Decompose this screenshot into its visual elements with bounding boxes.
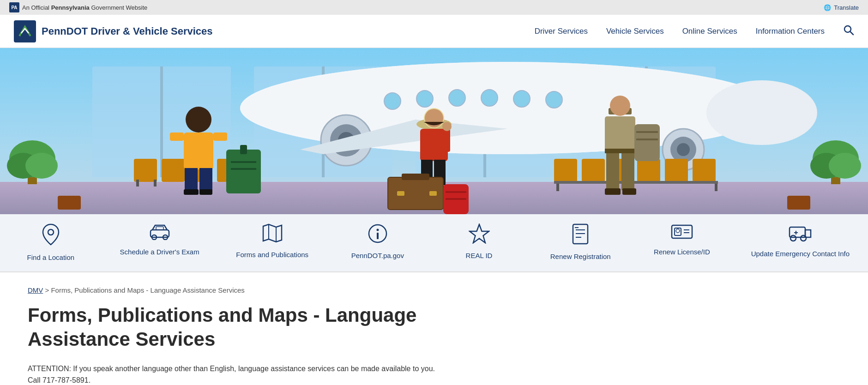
- ambulance-icon: [789, 223, 812, 245]
- svg-line-2: [850, 32, 853, 35]
- location-pin-icon: [42, 223, 60, 248]
- svg-rect-51: [554, 181, 718, 184]
- svg-rect-60: [184, 189, 199, 195]
- quick-links-bar: Find a Location Schedule a Driver's Exam…: [0, 214, 868, 272]
- svg-rect-50: [693, 159, 716, 182]
- gov-label-area: PA An Official Pennsylvania Government W…: [9, 2, 147, 12]
- translate-button[interactable]: 🌐 Translate: [824, 4, 859, 11]
- svg-rect-82: [429, 191, 437, 196]
- svg-rect-93: [605, 188, 621, 195]
- nav-online-services[interactable]: Online Services: [682, 27, 737, 36]
- nav-driver-services[interactable]: Driver Services: [535, 27, 588, 36]
- svg-rect-113: [575, 227, 579, 228]
- svg-point-121: [790, 235, 796, 241]
- top-bar: PA An Official Pennsylvania Government W…: [0, 0, 868, 15]
- site-header: PennDOT Driver & Vehicle Services Driver…: [0, 15, 868, 48]
- svg-rect-43: [136, 180, 139, 186]
- svg-point-16: [384, 93, 401, 109]
- svg-rect-80: [402, 174, 429, 180]
- svg-rect-85: [446, 198, 466, 200]
- svg-rect-96: [636, 131, 658, 133]
- svg-rect-61: [199, 189, 212, 195]
- id-card-icon: [671, 223, 693, 243]
- svg-rect-57: [213, 132, 227, 141]
- main-nav: Driver Services Vehicle Services Online …: [535, 24, 854, 38]
- car-icon: [149, 223, 171, 243]
- svg-point-98: [48, 229, 54, 235]
- breadcrumb-separator: >: [45, 286, 51, 294]
- quicklink-renew-reg-label: Renew Registration: [550, 252, 611, 261]
- svg-point-54: [186, 107, 211, 132]
- svg-rect-49: [665, 159, 688, 182]
- quicklink-find-location[interactable]: Find a Location: [18, 223, 83, 262]
- quicklink-forms[interactable]: Forms and Publications: [236, 223, 308, 259]
- svg-point-36: [829, 153, 861, 179]
- svg-rect-59: [199, 168, 212, 191]
- svg-rect-44: [154, 180, 157, 186]
- svg-point-122: [801, 235, 806, 241]
- svg-rect-45: [554, 159, 577, 182]
- document-list-icon: [571, 223, 590, 247]
- svg-rect-52: [556, 184, 559, 191]
- svg-rect-38: [787, 196, 810, 210]
- quicklink-emergency-label: Update Emergency Contact Info: [751, 249, 850, 259]
- quicklink-renew-license-label: Renew License/ID: [654, 247, 710, 257]
- svg-point-20: [513, 90, 530, 107]
- quicklink-real-id[interactable]: REAL ID: [447, 223, 512, 260]
- svg-point-32: [25, 153, 58, 179]
- quicklink-emergency-contact[interactable]: Update Emergency Contact Info: [751, 223, 850, 259]
- quicklink-penndot-label: PennDOT.pa.gov: [351, 251, 404, 260]
- quicklink-schedule-exam-label: Schedule a Driver's Exam: [120, 247, 199, 257]
- page-title: Forms, Publications and Maps - Language …: [28, 303, 443, 352]
- svg-point-17: [416, 90, 433, 107]
- attention-text: ATTENTION: If you speak another language…: [28, 363, 443, 385]
- map-icon: [261, 223, 283, 246]
- svg-rect-58: [185, 168, 198, 191]
- svg-rect-95: [634, 124, 660, 161]
- svg-rect-97: [636, 138, 658, 140]
- svg-rect-94: [622, 188, 636, 195]
- svg-rect-107: [377, 233, 379, 239]
- star-icon: [469, 223, 490, 247]
- svg-rect-53: [715, 184, 717, 191]
- globe-icon: 🌐: [824, 4, 831, 11]
- svg-rect-81: [397, 191, 404, 196]
- svg-rect-99: [151, 230, 169, 237]
- svg-rect-92: [621, 153, 634, 190]
- quicklink-renew-registration[interactable]: Renew Registration: [548, 223, 613, 261]
- site-title: PennDOT Driver & Vehicle Services: [42, 25, 213, 37]
- svg-rect-91: [606, 153, 619, 190]
- quicklink-forms-label: Forms and Publications: [236, 250, 308, 259]
- svg-rect-64: [231, 161, 256, 163]
- svg-point-18: [449, 90, 465, 106]
- breadcrumb: DMV > Forms, Publications and Maps - Lan…: [28, 286, 840, 294]
- svg-rect-70: [441, 129, 450, 152]
- svg-point-118: [676, 229, 680, 233]
- search-button[interactable]: [843, 24, 854, 38]
- svg-point-21: [546, 91, 562, 108]
- svg-rect-55: [184, 132, 213, 169]
- svg-rect-89: [605, 116, 635, 153]
- svg-point-19: [481, 90, 498, 106]
- nav-information-centers[interactable]: Information Centers: [756, 27, 825, 36]
- svg-rect-62: [226, 150, 261, 193]
- svg-point-71: [442, 122, 452, 131]
- svg-marker-108: [470, 224, 489, 243]
- info-circle-icon: [368, 223, 388, 247]
- svg-marker-120: [805, 230, 811, 237]
- breadcrumb-dmv-link[interactable]: DMV: [28, 286, 43, 294]
- breadcrumb-current: Forms, Publications and Maps - Language …: [51, 286, 244, 294]
- nav-vehicle-services[interactable]: Vehicle Services: [606, 27, 664, 36]
- svg-rect-48: [637, 159, 660, 182]
- quicklink-schedule-exam[interactable]: Schedule a Driver's Exam: [120, 223, 199, 257]
- quicklink-penndot[interactable]: PennDOT.pa.gov: [345, 223, 410, 260]
- logo-area: PennDOT Driver & Vehicle Services: [14, 20, 213, 42]
- svg-point-1: [844, 26, 851, 32]
- svg-rect-39: [134, 159, 157, 182]
- pa-shield-icon: PA: [9, 2, 19, 12]
- quicklink-find-location-label: Find a Location: [27, 253, 75, 262]
- quicklink-renew-license[interactable]: Renew License/ID: [650, 223, 714, 257]
- gov-text: An Official Pennsylvania Government Webs…: [22, 4, 147, 11]
- svg-rect-65: [231, 168, 256, 170]
- hero-banner: [0, 48, 868, 214]
